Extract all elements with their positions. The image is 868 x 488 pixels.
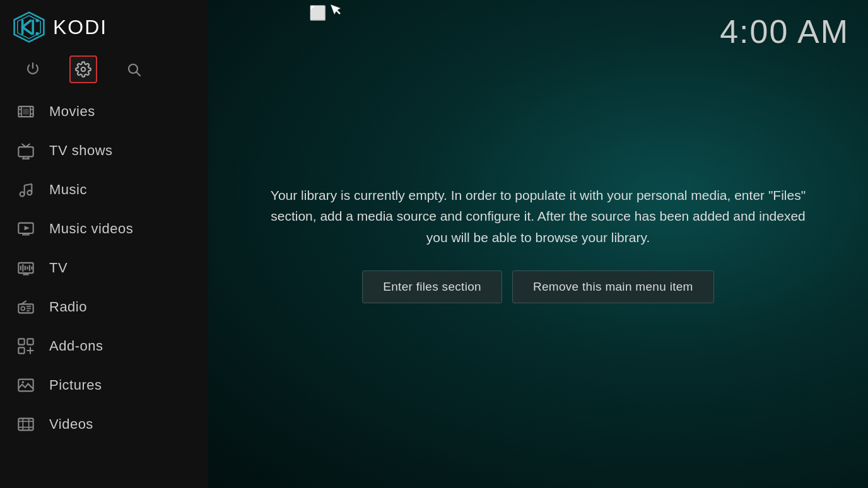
sidebar-item-music-label: Music bbox=[49, 182, 87, 198]
svg-point-8 bbox=[81, 67, 86, 72]
svg-line-10 bbox=[137, 73, 141, 76]
svg-marker-0 bbox=[15, 13, 44, 42]
kodi-logo-icon bbox=[13, 11, 45, 44]
svg-line-4 bbox=[23, 27, 32, 33]
music-icon bbox=[15, 179, 37, 200]
search-icon bbox=[126, 62, 141, 77]
svg-rect-19 bbox=[18, 147, 33, 156]
svg-marker-31 bbox=[25, 226, 30, 230]
gear-icon bbox=[75, 61, 91, 78]
sidebar-item-radio-label: Radio bbox=[49, 299, 87, 315]
sidebar-item-tv-shows[interactable]: TV shows bbox=[0, 131, 208, 170]
settings-button[interactable] bbox=[69, 55, 97, 83]
svg-point-7 bbox=[35, 32, 38, 35]
sidebar-item-pictures-label: Pictures bbox=[49, 377, 102, 393]
sidebar-item-music-videos[interactable]: Music videos bbox=[0, 209, 208, 248]
sidebar-item-radio[interactable]: Radio bbox=[0, 288, 208, 327]
sidebar-item-pictures[interactable]: Pictures bbox=[0, 366, 208, 405]
svg-rect-49 bbox=[27, 339, 33, 344]
svg-rect-53 bbox=[18, 419, 33, 431]
search-button[interactable] bbox=[120, 55, 148, 83]
top-icons-bar bbox=[0, 49, 208, 92]
sidebar-item-movies-label: Movies bbox=[49, 103, 95, 120]
addons-icon bbox=[15, 335, 37, 357]
power-icon bbox=[25, 62, 40, 77]
logo-area: KODI bbox=[0, 0, 208, 49]
svg-rect-48 bbox=[18, 339, 24, 344]
nav-menu: Movies TV shows bbox=[0, 92, 208, 488]
tv-icon bbox=[15, 257, 37, 279]
sidebar-item-addons[interactable]: Add-ons bbox=[0, 327, 208, 366]
remove-menu-item-button[interactable]: Remove this main menu item bbox=[512, 270, 714, 303]
sidebar-item-music[interactable]: Music bbox=[0, 170, 208, 209]
power-button[interactable] bbox=[19, 55, 47, 83]
pictures-icon bbox=[15, 375, 37, 396]
svg-line-29 bbox=[25, 184, 32, 185]
sidebar-item-musicvideos-label: Music videos bbox=[49, 221, 133, 237]
svg-point-52 bbox=[22, 381, 25, 384]
sidebar-item-tv-label: TV bbox=[49, 260, 67, 276]
main-content: ⬜ 4:00 AM Your library is currently empt… bbox=[208, 0, 868, 488]
sidebar-item-tv[interactable]: TV bbox=[0, 248, 208, 288]
movies-icon bbox=[15, 101, 37, 122]
svg-line-3 bbox=[23, 21, 31, 27]
cursor: ⬜ bbox=[309, 5, 341, 21]
sidebar-item-videos-label: Videos bbox=[49, 416, 93, 433]
sidebar-item-videos[interactable]: Videos bbox=[0, 405, 208, 444]
message-box: Your library is currently empty. In orde… bbox=[235, 185, 841, 304]
music-videos-icon bbox=[15, 218, 37, 240]
library-empty-message: Your library is currently empty. In orde… bbox=[261, 185, 816, 248]
sidebar-item-addons-label: Add-ons bbox=[49, 338, 103, 354]
enter-files-section-button[interactable]: Enter files section bbox=[362, 270, 502, 303]
tv-shows-icon bbox=[15, 140, 37, 161]
svg-point-43 bbox=[21, 306, 25, 310]
svg-point-6 bbox=[35, 19, 38, 22]
clock-display: 4:00 AM bbox=[720, 13, 849, 50]
radio-icon bbox=[15, 296, 37, 318]
videos-icon bbox=[15, 414, 37, 435]
sidebar-item-movies[interactable]: Movies bbox=[0, 92, 208, 131]
svg-rect-50 bbox=[18, 347, 24, 353]
sidebar-item-tvshows-label: TV shows bbox=[49, 142, 113, 159]
app-title: KODI bbox=[53, 16, 107, 39]
action-buttons: Enter files section Remove this main men… bbox=[261, 270, 816, 303]
svg-rect-18 bbox=[23, 108, 28, 114]
sidebar: KODI bbox=[0, 0, 208, 488]
